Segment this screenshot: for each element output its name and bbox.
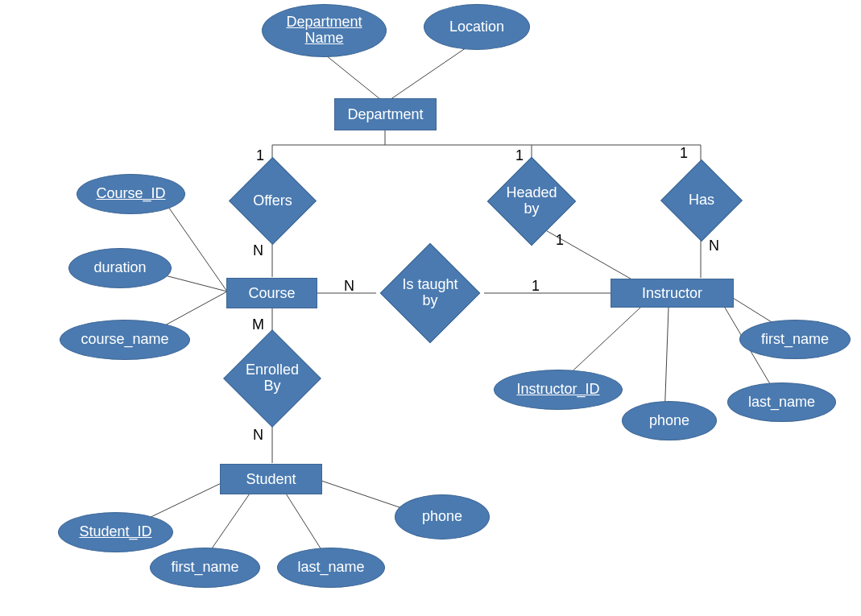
svg-line-0 xyxy=(322,52,385,103)
cardinality-dept-offers: 1 xyxy=(256,147,264,164)
relationship-enrolled-by: Enrolled By xyxy=(238,344,307,413)
entity-instructor: Instructor xyxy=(611,279,734,308)
attribute-course-name: course_name xyxy=(60,320,190,360)
relationship-is-taught-by: Is taught by xyxy=(395,258,466,329)
entity-course: Course xyxy=(226,278,317,308)
cardinality-taught-instr: 1 xyxy=(532,278,540,295)
cardinality-has-instr: N xyxy=(709,238,719,254)
attribute-student-id: Student_ID xyxy=(58,512,173,552)
attribute-department-name: Department Name xyxy=(262,4,387,57)
entity-student: Student xyxy=(220,464,322,494)
cardinality-course-taught: N xyxy=(344,278,354,295)
attribute-course-id: Course_ID xyxy=(77,174,185,214)
entity-department: Department xyxy=(334,98,437,130)
cardinality-course-enroll: M xyxy=(252,316,264,333)
attribute-instructor-first-name: first_name xyxy=(739,320,851,359)
attribute-student-phone: phone xyxy=(395,494,490,540)
attribute-location: Location xyxy=(424,4,530,50)
attribute-instructor-last-name: last_name xyxy=(727,382,836,422)
svg-line-1 xyxy=(385,44,471,103)
relationship-offers: Offers xyxy=(242,170,304,232)
cardinality-dept-headed: 1 xyxy=(515,147,524,164)
relationship-has: Has xyxy=(673,172,731,229)
cardinality-headed-instr: 1 xyxy=(556,232,564,249)
attribute-instructor-id: Instructor_ID xyxy=(494,370,623,410)
cardinality-offers-course: N xyxy=(253,242,263,259)
cardinality-enroll-student: N xyxy=(253,427,263,444)
cardinality-dept-has: 1 xyxy=(680,145,688,162)
relationship-headed-by: Headed by xyxy=(500,170,563,233)
attribute-duration: duration xyxy=(68,248,172,288)
attribute-student-first-name: first_name xyxy=(150,548,260,588)
attribute-student-last-name: last_name xyxy=(277,548,385,588)
attribute-instructor-phone: phone xyxy=(622,401,717,440)
